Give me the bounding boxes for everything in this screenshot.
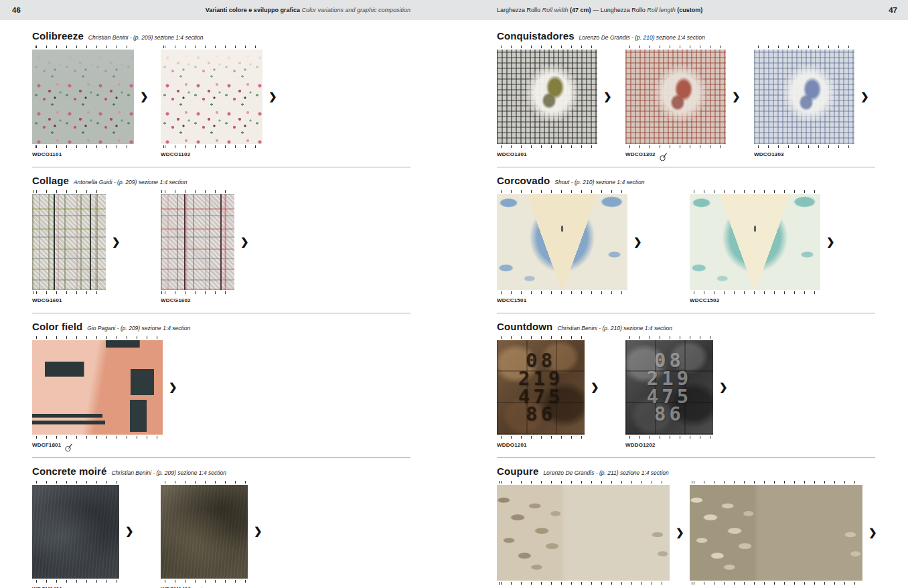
tick-marks-top bbox=[754, 46, 854, 48]
pattern-name: Collage bbox=[32, 175, 69, 186]
swatch-row: WDCO1101❯WDCO1102❯ bbox=[32, 44, 410, 161]
swatch-WDCC1502 bbox=[690, 194, 820, 290]
swatch-WDCF1801 bbox=[32, 340, 163, 435]
swatch-code-row: WDCO1102 bbox=[161, 151, 262, 161]
chevron-right-icon: ❯ bbox=[860, 91, 869, 101]
swatch-stencil-numbers: 08 219 475 86 bbox=[497, 340, 585, 435]
swatch-code: WDDO1202 bbox=[625, 442, 656, 448]
swatch-column: WDCO1302 bbox=[625, 44, 726, 161]
swatch-code-row: WDCO1302 bbox=[625, 151, 726, 161]
page-right: ConquistadoresLorenzo De Grandis - (p. 2… bbox=[497, 20, 875, 588]
tick-marks-top bbox=[32, 336, 163, 339]
chevron-right-icon: ❯ bbox=[719, 382, 728, 392]
swatch-code-row: WDCO1303 bbox=[754, 151, 854, 161]
pattern-meta: Lorenzo De Grandis - (p. 211) sezione 1:… bbox=[543, 469, 668, 476]
section-header: ColibreezeChristian Benini - (p. 209) se… bbox=[32, 30, 410, 42]
section-divider bbox=[32, 167, 410, 167]
chevron-right-icon: ❯ bbox=[676, 527, 684, 537]
swatch-WDCM1401 bbox=[32, 485, 119, 579]
tick-marks-bottom bbox=[690, 291, 820, 294]
swatch-column: WDCO1402 bbox=[690, 480, 862, 588]
pattern-meta: Christian Benini - (p. 209) sezione 1:4 … bbox=[111, 469, 226, 476]
swatch-code: WDCO1302 bbox=[625, 151, 656, 157]
pattern-name: Corcovado bbox=[497, 175, 550, 186]
swatch-WDCO1302 bbox=[625, 50, 726, 144]
swatch-row: WDCG1601❯WDCG1602❯ bbox=[32, 189, 410, 307]
header-title-en: Color variations and graphic composition bbox=[301, 7, 410, 13]
swatch-code-row: WDCO1101 bbox=[32, 151, 134, 161]
tick-marks-bottom bbox=[497, 145, 597, 148]
swatch-column: WDCO1102 bbox=[161, 44, 262, 161]
chevron-right-icon: ❯ bbox=[112, 236, 121, 246]
tick-marks-bottom bbox=[32, 580, 119, 583]
swatch-WDCO1402 bbox=[690, 485, 862, 581]
swatch-column: WDCM1401 bbox=[32, 480, 119, 588]
roll-width-label-en: Roll width bbox=[542, 7, 569, 13]
tick-marks-top bbox=[690, 190, 820, 193]
swatch-stencil-numbers: 08 219 475 86 bbox=[625, 340, 713, 435]
pattern-section-corcovado: CorcovadoShout - (p. 210) sezione 1:4 se… bbox=[497, 175, 875, 313]
roll-info-separator: — bbox=[593, 7, 599, 13]
swatch-code: WDDO1201 bbox=[497, 442, 527, 448]
tick-marks-top bbox=[161, 481, 248, 484]
tick-marks-top bbox=[32, 46, 134, 48]
variant-badge-icon bbox=[660, 153, 667, 161]
swatch-code: WDCO1102 bbox=[161, 151, 190, 157]
tick-marks-bottom bbox=[161, 145, 262, 148]
swatch-column: WDCC1501 bbox=[497, 189, 627, 307]
section-divider bbox=[497, 167, 875, 167]
roll-width-label-it: Larghezza Rollo bbox=[497, 7, 540, 13]
swatch-column: WDCO1101 bbox=[32, 44, 134, 161]
section-divider bbox=[32, 313, 410, 313]
tick-marks-top bbox=[497, 190, 627, 193]
tick-marks-bottom bbox=[32, 291, 106, 294]
section-header: Concrete moiréChristian Benini - (p. 209… bbox=[32, 465, 410, 477]
swatch-column: WDCO1303 bbox=[754, 44, 854, 161]
tick-marks-top bbox=[161, 46, 262, 48]
tick-marks-top bbox=[690, 481, 862, 484]
swatch-code-row: WDCO1301 bbox=[497, 151, 597, 161]
header-title-it: Varianti colore e sviluppo grafica bbox=[206, 7, 300, 13]
pattern-meta: Christian Benini - (p. 210) sezione 1:4 … bbox=[557, 325, 672, 332]
swatch-unit: WDCC1502❯ bbox=[690, 189, 883, 307]
tick-marks-bottom bbox=[32, 436, 163, 439]
swatch-unit: WDCG1601❯ bbox=[32, 189, 161, 307]
pattern-meta: Gio Pagani - (p. 209) sezione 1:4 sectio… bbox=[87, 325, 190, 332]
swatch-WDCG1601 bbox=[32, 194, 106, 290]
roll-length-value: (custom) bbox=[677, 7, 702, 13]
swatch-unit: WDCO1301❯ bbox=[497, 44, 625, 161]
chevron-right-icon: ❯ bbox=[868, 527, 877, 537]
swatch-column: WDCG1602 bbox=[161, 189, 234, 307]
pattern-section-conquistadores: ConquistadoresLorenzo De Grandis - (p. 2… bbox=[497, 30, 875, 167]
tick-marks-top bbox=[625, 336, 713, 339]
pattern-section-colibreeze: ColibreezeChristian Benini - (p. 209) se… bbox=[32, 30, 410, 167]
pattern-name: Countdown bbox=[497, 321, 552, 332]
swatch-unit: WDCO1302❯ bbox=[625, 44, 754, 161]
page-number-left: 46 bbox=[12, 6, 21, 14]
swatch-column: 08 219 475 86WDDO1202 bbox=[625, 335, 713, 451]
tick-marks-bottom bbox=[497, 436, 585, 439]
swatch-unit: WDCO1102❯ bbox=[161, 44, 289, 161]
swatch-unit: WDCM1401❯ bbox=[32, 480, 161, 588]
swatch-unit: WDCM1402❯ bbox=[161, 480, 289, 588]
swatch-code: WDCF1801 bbox=[32, 442, 61, 448]
page-left: ColibreezeChristian Benini - (p. 209) se… bbox=[32, 20, 410, 588]
swatch-code-row: WDCG1602 bbox=[161, 297, 234, 307]
pattern-meta: Antonella Guidi - (p. 209) sezione 1:4 s… bbox=[74, 179, 187, 186]
swatch-WDCO1301 bbox=[497, 50, 597, 144]
pattern-name: Coupure bbox=[497, 465, 538, 477]
page-number-right: 47 bbox=[889, 6, 897, 14]
chevron-right-icon: ❯ bbox=[125, 526, 134, 536]
swatch-WDCM1402 bbox=[161, 485, 248, 579]
swatch-row: WDCO1301❯WDCO1302❯WDCO1303❯ bbox=[497, 44, 875, 161]
swatch-WDCO1303 bbox=[754, 50, 854, 144]
swatch-WDCO1102 bbox=[161, 50, 262, 144]
swatch-code: WDCO1303 bbox=[754, 151, 784, 157]
section-divider bbox=[497, 313, 875, 313]
chevron-right-icon: ❯ bbox=[254, 526, 262, 536]
swatch-WDCC1501 bbox=[497, 194, 627, 290]
pattern-section-colorfield: Color fieldGio Pagani - (p. 209) sezione… bbox=[32, 321, 410, 458]
catalog-spread: ColibreezeChristian Benini - (p. 209) se… bbox=[0, 20, 908, 588]
swatch-code: WDCG1601 bbox=[32, 297, 62, 303]
swatch-WDCO1401 bbox=[497, 485, 670, 581]
